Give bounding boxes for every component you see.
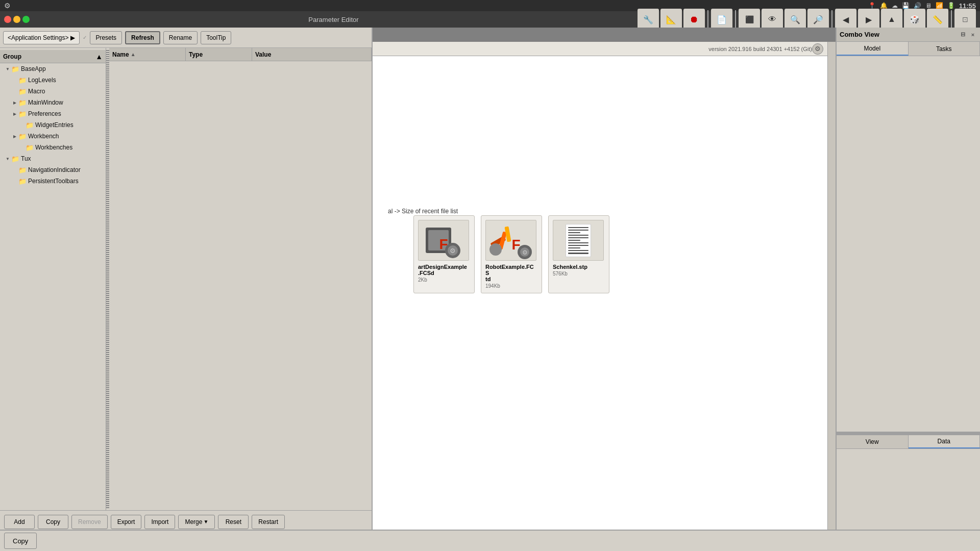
system-logo: ⚙ xyxy=(4,2,11,10)
toolbar-btn-measure[interactable]: 📏 xyxy=(927,9,948,30)
parameter-editor-panel: <Application Settings> ▶ ✓ Presets Refre… xyxy=(0,28,373,551)
folder-icon: 📁 xyxy=(11,65,19,73)
file-size-1: 2Kb xyxy=(418,277,470,283)
recent-files: F ⚙ artDesignExample.FCSd 2Kb xyxy=(413,215,609,293)
toolbar-sep-1 xyxy=(707,10,708,29)
tree-collapse-icon[interactable]: ▲ xyxy=(95,53,103,61)
tab-model[interactable]: Model xyxy=(837,42,909,56)
app-window: Parameter Editor 🔧 📐 ⏺ 📄 ⬛ 👁 🔍 🔎 ◀ ▶ ▲ 🎲… xyxy=(0,11,980,551)
toolbar-btn-eye[interactable]: 👁 xyxy=(762,9,783,30)
sort-icon: ▲ xyxy=(131,52,136,57)
robot-thumbnail: F ⚙ xyxy=(488,221,534,260)
combo-view-bottom: View Data xyxy=(837,435,980,537)
expand-icon: ▼ xyxy=(4,155,11,162)
reset-button[interactable]: Reset xyxy=(218,515,249,529)
folder-icon: 📁 xyxy=(18,166,27,174)
toolbar-btn-doc[interactable]: 📄 xyxy=(711,9,732,30)
tree-item-macro[interactable]: 📁 Macro xyxy=(0,86,106,97)
remove-button[interactable]: Remove xyxy=(71,515,108,529)
import-button[interactable]: Import xyxy=(144,515,175,529)
combo-view-restore-icon[interactable]: ⊟ xyxy=(959,31,967,39)
tree-item-preferences[interactable]: ▶ 📁 Preferences xyxy=(0,108,106,119)
tree-item-workbench[interactable]: ▶ 📁 Workbench xyxy=(0,131,106,142)
svg-text:⚙: ⚙ xyxy=(522,249,528,256)
toolbar-btn-zoomin[interactable]: 🔎 xyxy=(807,9,829,30)
close-window-button[interactable] xyxy=(4,16,11,23)
tree-item-baseapp[interactable]: ▼ 📁 BaseApp xyxy=(0,63,106,74)
detail-header: Name ▲ Type Value xyxy=(109,48,372,61)
tree-item-mainwindow[interactable]: ▶ 📁 MainWindow xyxy=(0,97,106,108)
value-column-header: Value xyxy=(252,48,372,61)
folder-icon: 📁 xyxy=(18,77,27,84)
expand-icon xyxy=(11,77,18,84)
tab-data[interactable]: Data xyxy=(909,435,981,448)
tree-item-loglevels[interactable]: 📁 LogLevels xyxy=(0,74,106,86)
tree-item-widgetentries[interactable]: 📁 WidgetEntries xyxy=(0,119,106,131)
expand-icon xyxy=(18,121,26,129)
sys-icon-4: 💾 xyxy=(902,2,910,9)
combo-view-header-icons: ⊟ × xyxy=(959,31,977,39)
expand-icon xyxy=(11,166,18,173)
restart-button[interactable]: Restart xyxy=(252,515,285,529)
combo-view-data-body xyxy=(837,449,980,537)
refresh-button[interactable]: Refresh xyxy=(125,31,160,44)
toolbar-btn-combo[interactable]: ⊡ xyxy=(954,9,976,30)
fc-design-thumbnail: F ⚙ xyxy=(423,222,464,258)
folder-icon: 📁 xyxy=(18,178,27,185)
toolbar-btn-up[interactable]: ▲ xyxy=(881,9,902,30)
tooltip-button[interactable]: ToolTip xyxy=(201,31,231,44)
minimize-window-button[interactable] xyxy=(13,16,20,23)
sys-icon-3: ☁ xyxy=(892,2,898,9)
toolbar-btn-1[interactable]: 🔧 xyxy=(638,9,659,30)
app-settings-dropdown[interactable]: <Application Settings> ▶ xyxy=(3,31,80,44)
file-thumb-2: F ⚙ xyxy=(485,220,536,261)
toolbar-btn-3d[interactable]: 🎲 xyxy=(904,9,925,30)
toolbar-btn-zoom[interactable]: 🔍 xyxy=(785,9,806,30)
tree-item-tux[interactable]: ▼ 📁 Tux xyxy=(0,153,106,164)
vertical-scrollbar[interactable] xyxy=(827,42,836,551)
maximize-window-button[interactable] xyxy=(22,16,30,23)
copy-button[interactable]: Copy xyxy=(38,515,68,529)
combo-view-model-body xyxy=(837,56,980,432)
export-button[interactable]: Export xyxy=(111,515,142,529)
sys-icon-5: 🔊 xyxy=(914,2,921,9)
tab-view[interactable]: View xyxy=(837,435,909,448)
canvas-description: al -> Size of recent file list xyxy=(388,208,458,215)
tree-item-navigationindicator[interactable]: 📁 NavigationIndicator xyxy=(0,164,106,176)
toolbar-btn-select[interactable]: ⬛ xyxy=(739,9,760,30)
toolbar-btn-2[interactable]: 📐 xyxy=(660,9,682,30)
recent-file-2[interactable]: F ⚙ RobotExample.FCStd 194Kb xyxy=(481,215,542,293)
file-size-3: 576Kb xyxy=(553,271,605,277)
expand-icon: ▼ xyxy=(4,65,11,72)
combo-view-close-icon[interactable]: × xyxy=(969,31,977,39)
merge-button[interactable]: Merge ▼ xyxy=(178,515,215,529)
title-bar-left xyxy=(4,16,30,23)
sys-icon-6: 🖥 xyxy=(925,2,932,9)
rename-button[interactable]: Rename xyxy=(163,31,198,44)
main-area: <Application Settings> ▶ ✓ Presets Refre… xyxy=(0,28,980,551)
folder-icon: 📁 xyxy=(18,133,27,140)
combo-view-bottom-tabs: View Data xyxy=(837,435,980,449)
status-bar: Copy xyxy=(0,530,980,551)
toolbar-btn-back[interactable]: ◀ xyxy=(835,9,856,30)
recent-file-3[interactable]: Schenkel.stp 576Kb xyxy=(548,215,609,293)
presets-checkmark: ✓ xyxy=(83,35,87,40)
sys-icon-2: 🔔 xyxy=(880,2,888,9)
toolbar-btn-record[interactable]: ⏺ xyxy=(683,9,705,30)
toolbar-btn-forward[interactable]: ▶ xyxy=(858,9,879,30)
canvas-settings-icon[interactable]: ⚙ xyxy=(812,43,823,55)
combo-view-title: Combo View xyxy=(840,31,879,38)
copy-bottom-button[interactable]: Copy xyxy=(4,533,37,549)
window-title: Parameter Editor xyxy=(30,16,638,23)
param-content: Group ▲ ▼ 📁 BaseApp 📁 LogLevels xyxy=(0,48,372,510)
combo-view-tabs: Model Tasks xyxy=(837,42,980,56)
presets-button[interactable]: Presets xyxy=(90,31,122,44)
recent-file-1[interactable]: F ⚙ artDesignExample.FCSd 2Kb xyxy=(413,215,475,293)
add-button[interactable]: Add xyxy=(4,515,35,529)
tree-item-persistenttoolbars[interactable]: 📁 PersistentToolbars xyxy=(0,176,106,187)
tree-item-workbenches[interactable]: 📁 Workbenches xyxy=(0,142,106,153)
folder-icon: 📁 xyxy=(11,155,19,163)
tree-header: Group ▲ xyxy=(0,50,106,63)
toolbar-sep-2 xyxy=(735,10,736,29)
tab-tasks[interactable]: Tasks xyxy=(909,42,981,56)
